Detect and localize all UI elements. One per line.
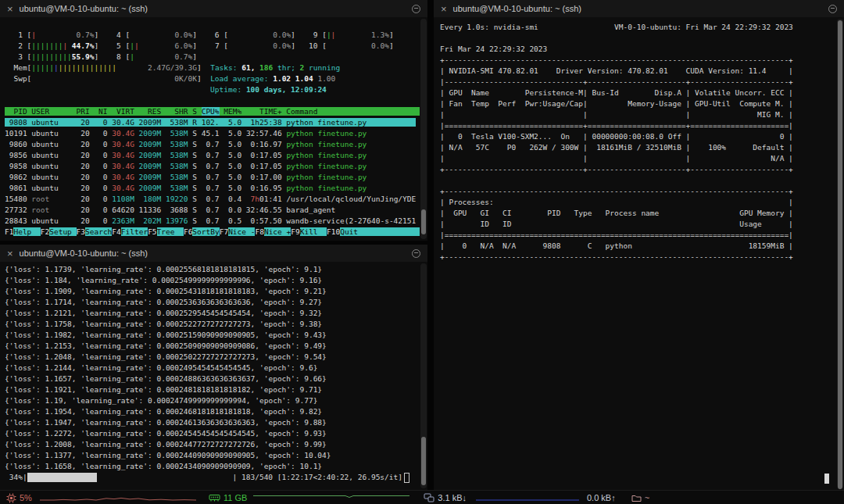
- close-icon[interactable]: ×: [7, 4, 13, 14]
- current-path-label: ~: [645, 493, 649, 502]
- scrollbar[interactable]: [837, 19, 843, 488]
- close-icon[interactable]: ×: [441, 4, 447, 14]
- memory-ram-icon: [209, 493, 220, 502]
- htop-output: 1 [| 0.7%] 4 [ 0.0%] 6 [ 0.0%] 9 [|| 1.3…: [0, 17, 420, 241]
- terminal-cursor: [404, 473, 409, 483]
- progress-bar-fill: [27, 473, 97, 482]
- window-title: ubuntu@VM-0-10-ubuntu: ~ (ssh): [453, 4, 581, 13]
- cpu-history-graph: [40, 493, 196, 502]
- log-lines: {'loss': 1.1739, 'learning_rate': 0.0002…: [5, 264, 420, 472]
- progress-bar: [27, 473, 233, 482]
- htop-titlebar[interactable]: × ubuntu@VM-0-10-ubuntu: ~ (ssh): [0, 0, 427, 17]
- network-upload-label: 0.0 kB↑: [587, 493, 616, 502]
- cpu-usage-label: 5%: [20, 493, 32, 502]
- progress-stats: | 183/540 [1:22:17<2:40:22, 26.95s/it]: [233, 472, 402, 483]
- smi-titlebar[interactable]: × ubuntu@VM-0-10-ubuntu: ~ (ssh): [434, 0, 844, 17]
- training-log-output: {'loss': 1.1739, 'learning_rate': 0.0002…: [0, 262, 420, 490]
- folder-icon: [631, 494, 642, 502]
- scrollbar[interactable]: [420, 263, 427, 488]
- status-bar: 5% 11 GB 3.1 kB↓ 0.0 kB↑ ~: [0, 490, 844, 504]
- scrollbar-thumb[interactable]: [421, 209, 426, 234]
- window-title: ubuntu@VM-0-10-ubuntu: ~ (ssh): [20, 248, 148, 258]
- desktop: { "icons": { "close": "×", "collapse": "…: [0, 0, 844, 504]
- progress-percent: 34%|: [5, 472, 27, 483]
- memory-usage-label: 11 GB: [224, 493, 247, 502]
- nvidia-smi-output: Every 1.0s: nvidia-smi VM-0-10-ubuntu: F…: [434, 17, 836, 490]
- nvidia-smi-terminal-window: × ubuntu@VM-0-10-ubuntu: ~ (ssh) Every 1…: [434, 0, 844, 490]
- network-history-graph: [476, 493, 579, 502]
- network-download-label: 3.1 kB↓: [438, 493, 467, 502]
- scrollbar-thumb[interactable]: [421, 437, 426, 485]
- scrollbar[interactable]: [420, 19, 427, 239]
- log-titlebar[interactable]: × ubuntu@VM-0-10-ubuntu: ~ (ssh): [0, 245, 427, 262]
- progress-line: 34%| | 183/540 [1:22:17<2:40:22, 26.95s/…: [5, 472, 420, 483]
- terminal-cursor: [824, 474, 829, 484]
- close-icon[interactable]: ×: [7, 248, 13, 259]
- cpu-chip-icon: [6, 493, 16, 503]
- collapse-icon[interactable]: [828, 5, 837, 13]
- scrollbar-thumb[interactable]: [838, 20, 842, 489]
- memory-history-graph: [253, 493, 409, 502]
- training-log-terminal-window: × ubuntu@VM-0-10-ubuntu: ~ (ssh) {'loss'…: [0, 245, 427, 490]
- collapse-icon[interactable]: [412, 249, 420, 258]
- collapse-icon[interactable]: [412, 5, 420, 13]
- htop-terminal-window: × ubuntu@VM-0-10-ubuntu: ~ (ssh) 1 [| 0.…: [0, 0, 427, 241]
- network-icon: [424, 493, 435, 502]
- window-title: ubuntu@VM-0-10-ubuntu: ~ (ssh): [20, 4, 148, 13]
